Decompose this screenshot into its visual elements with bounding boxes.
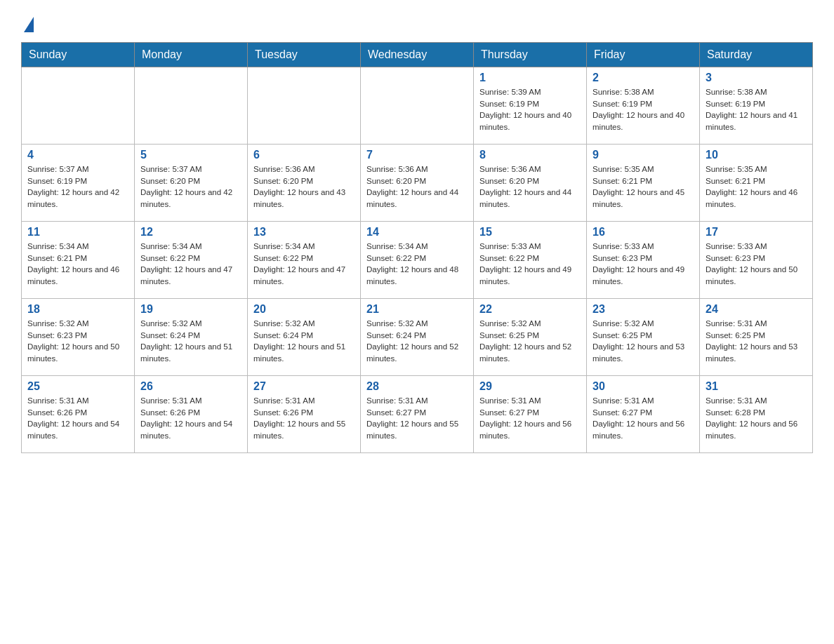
day-info: Sunrise: 5:31 AMSunset: 6:27 PMDaylight:… [479,395,581,442]
day-number: 2 [593,72,694,84]
calendar-week-row: 25Sunrise: 5:31 AMSunset: 6:26 PMDayligh… [22,376,813,453]
calendar-cell [22,67,135,145]
day-number: 14 [366,226,468,239]
day-info: Sunrise: 5:39 AMSunset: 6:19 PMDaylight:… [479,86,581,133]
day-number: 17 [706,226,807,239]
day-info: Sunrise: 5:36 AMSunset: 6:20 PMDaylight:… [253,163,355,210]
calendar-cell [361,67,474,145]
day-info: Sunrise: 5:37 AMSunset: 6:20 PMDaylight:… [140,163,241,210]
day-number: 18 [27,303,128,316]
day-info: Sunrise: 5:37 AMSunset: 6:19 PMDaylight:… [27,163,128,210]
day-number: 15 [479,226,581,239]
day-number: 27 [253,380,355,393]
day-number: 5 [140,149,241,161]
day-number: 13 [253,226,355,239]
calendar-day-header: Friday [587,43,700,67]
day-number: 19 [140,303,241,316]
calendar-day-header: Sunday [22,43,135,67]
day-info: Sunrise: 5:31 AMSunset: 6:26 PMDaylight:… [27,395,128,442]
day-info: Sunrise: 5:31 AMSunset: 6:26 PMDaylight:… [253,395,355,442]
calendar-cell: 13Sunrise: 5:34 AMSunset: 6:22 PMDayligh… [248,222,361,299]
day-info: Sunrise: 5:32 AMSunset: 6:23 PMDaylight:… [27,318,128,365]
day-info: Sunrise: 5:32 AMSunset: 6:24 PMDaylight:… [253,318,355,365]
day-number: 12 [140,226,241,239]
calendar-cell: 4Sunrise: 5:37 AMSunset: 6:19 PMDaylight… [22,145,135,222]
calendar-cell: 17Sunrise: 5:33 AMSunset: 6:23 PMDayligh… [700,222,813,299]
day-info: Sunrise: 5:32 AMSunset: 6:25 PMDaylight:… [593,318,694,365]
day-info: Sunrise: 5:32 AMSunset: 6:24 PMDaylight:… [140,318,241,365]
calendar-table: SundayMondayTuesdayWednesdayThursdayFrid… [21,42,813,453]
calendar-cell: 24Sunrise: 5:31 AMSunset: 6:25 PMDayligh… [700,299,813,376]
page-header [21,14,813,29]
calendar-cell: 28Sunrise: 5:31 AMSunset: 6:27 PMDayligh… [361,376,474,453]
day-info: Sunrise: 5:32 AMSunset: 6:25 PMDaylight:… [479,318,581,365]
day-info: Sunrise: 5:35 AMSunset: 6:21 PMDaylight:… [706,163,807,210]
day-info: Sunrise: 5:33 AMSunset: 6:22 PMDaylight:… [479,241,581,288]
day-info: Sunrise: 5:31 AMSunset: 6:28 PMDaylight:… [706,395,807,442]
day-number: 23 [593,303,694,316]
day-number: 10 [706,149,807,161]
calendar-header-row: SundayMondayTuesdayWednesdayThursdayFrid… [22,43,813,67]
calendar-cell: 15Sunrise: 5:33 AMSunset: 6:22 PMDayligh… [474,222,587,299]
day-info: Sunrise: 5:31 AMSunset: 6:27 PMDaylight:… [366,395,468,442]
day-info: Sunrise: 5:35 AMSunset: 6:21 PMDaylight:… [593,163,694,210]
calendar-cell: 22Sunrise: 5:32 AMSunset: 6:25 PMDayligh… [474,299,587,376]
day-number: 9 [593,149,694,161]
day-number: 8 [479,149,581,161]
calendar-cell: 14Sunrise: 5:34 AMSunset: 6:22 PMDayligh… [361,222,474,299]
calendar-week-row: 4Sunrise: 5:37 AMSunset: 6:19 PMDaylight… [22,145,813,222]
day-number: 16 [593,226,694,239]
calendar-cell: 2Sunrise: 5:38 AMSunset: 6:19 PMDaylight… [587,67,700,145]
calendar-cell: 6Sunrise: 5:36 AMSunset: 6:20 PMDaylight… [248,145,361,222]
day-number: 26 [140,380,241,393]
logo-triangle-icon [24,17,34,32]
day-info: Sunrise: 5:31 AMSunset: 6:26 PMDaylight:… [140,395,241,442]
calendar-cell: 21Sunrise: 5:32 AMSunset: 6:24 PMDayligh… [361,299,474,376]
calendar-day-header: Monday [135,43,248,67]
day-info: Sunrise: 5:34 AMSunset: 6:22 PMDaylight:… [140,241,241,288]
day-number: 21 [366,303,468,316]
logo [21,14,34,29]
day-number: 4 [27,149,128,161]
calendar-cell: 16Sunrise: 5:33 AMSunset: 6:23 PMDayligh… [587,222,700,299]
calendar-cell: 12Sunrise: 5:34 AMSunset: 6:22 PMDayligh… [135,222,248,299]
day-info: Sunrise: 5:34 AMSunset: 6:21 PMDaylight:… [27,241,128,288]
calendar-cell: 7Sunrise: 5:36 AMSunset: 6:20 PMDaylight… [361,145,474,222]
day-info: Sunrise: 5:33 AMSunset: 6:23 PMDaylight:… [706,241,807,288]
calendar-cell: 23Sunrise: 5:32 AMSunset: 6:25 PMDayligh… [587,299,700,376]
calendar-cell: 27Sunrise: 5:31 AMSunset: 6:26 PMDayligh… [248,376,361,453]
calendar-cell [248,67,361,145]
calendar-cell: 3Sunrise: 5:38 AMSunset: 6:19 PMDaylight… [700,67,813,145]
calendar-week-row: 18Sunrise: 5:32 AMSunset: 6:23 PMDayligh… [22,299,813,376]
day-number: 30 [593,380,694,393]
calendar-week-row: 11Sunrise: 5:34 AMSunset: 6:21 PMDayligh… [22,222,813,299]
calendar-cell: 26Sunrise: 5:31 AMSunset: 6:26 PMDayligh… [135,376,248,453]
day-info: Sunrise: 5:34 AMSunset: 6:22 PMDaylight:… [253,241,355,288]
day-number: 11 [27,226,128,239]
day-number: 29 [479,380,581,393]
day-number: 20 [253,303,355,316]
day-info: Sunrise: 5:31 AMSunset: 6:25 PMDaylight:… [706,318,807,365]
calendar-cell: 19Sunrise: 5:32 AMSunset: 6:24 PMDayligh… [135,299,248,376]
calendar-cell: 18Sunrise: 5:32 AMSunset: 6:23 PMDayligh… [22,299,135,376]
calendar-cell: 9Sunrise: 5:35 AMSunset: 6:21 PMDaylight… [587,145,700,222]
calendar-day-header: Tuesday [248,43,361,67]
day-number: 3 [706,72,807,84]
day-info: Sunrise: 5:32 AMSunset: 6:24 PMDaylight:… [366,318,468,365]
calendar-cell: 10Sunrise: 5:35 AMSunset: 6:21 PMDayligh… [700,145,813,222]
day-info: Sunrise: 5:34 AMSunset: 6:22 PMDaylight:… [366,241,468,288]
calendar-day-header: Thursday [474,43,587,67]
day-number: 6 [253,149,355,161]
calendar-cell: 29Sunrise: 5:31 AMSunset: 6:27 PMDayligh… [474,376,587,453]
calendar-cell: 1Sunrise: 5:39 AMSunset: 6:19 PMDaylight… [474,67,587,145]
day-number: 22 [479,303,581,316]
calendar-day-header: Wednesday [361,43,474,67]
calendar-cell [135,67,248,145]
day-number: 7 [366,149,468,161]
day-number: 24 [706,303,807,316]
day-info: Sunrise: 5:31 AMSunset: 6:27 PMDaylight:… [593,395,694,442]
day-info: Sunrise: 5:38 AMSunset: 6:19 PMDaylight:… [593,86,694,133]
day-info: Sunrise: 5:38 AMSunset: 6:19 PMDaylight:… [706,86,807,133]
calendar-cell: 31Sunrise: 5:31 AMSunset: 6:28 PMDayligh… [700,376,813,453]
day-number: 25 [27,380,128,393]
